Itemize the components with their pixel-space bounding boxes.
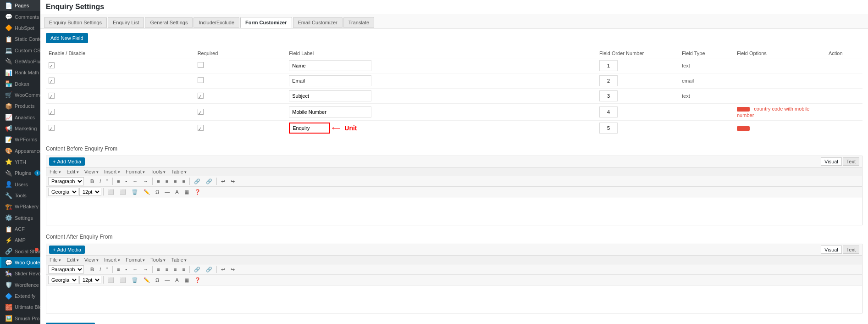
- sidebar-item-dokan[interactable]: 🏪 Dokan: [0, 78, 40, 89]
- sidebar-item-slider[interactable]: 🎠 Slider Revolution: [0, 268, 40, 279]
- after-color-btn[interactable]: A: [173, 276, 181, 284]
- tab-translate[interactable]: Translate: [343, 17, 374, 28]
- before-hr-btn[interactable]: —: [162, 188, 172, 196]
- before-indent2-btn[interactable]: ⬜: [105, 188, 116, 196]
- before-ol-btn[interactable]: •: [123, 178, 129, 185]
- after-link-btn[interactable]: 🔗: [192, 266, 203, 274]
- add-new-field-button[interactable]: Add New Field: [46, 33, 88, 43]
- required-checkbox-name[interactable]: [198, 62, 204, 68]
- sidebar-item-ultimate-blocks[interactable]: 🧱 Ultimate Blocks: [0, 302, 40, 313]
- after-menu-tools[interactable]: Tools: [149, 257, 167, 263]
- after-menu-table[interactable]: Table: [170, 257, 188, 263]
- after-indent-btn[interactable]: →: [141, 266, 150, 273]
- enable-checkbox-email[interactable]: [49, 78, 55, 84]
- after-visual-tab[interactable]: Visual: [821, 246, 842, 254]
- field-label-name[interactable]: [289, 60, 371, 71]
- field-order-name[interactable]: [599, 60, 618, 71]
- after-text-tab[interactable]: Text: [843, 246, 859, 254]
- before-menu-view[interactable]: View: [83, 168, 100, 175]
- before-outdent-btn[interactable]: ←: [130, 178, 140, 185]
- before-pencil-btn[interactable]: ✏️: [141, 188, 152, 196]
- sidebar-item-woo-quote[interactable]: 💬 Woo Quote Popup: [0, 257, 40, 268]
- sidebar-item-amp[interactable]: ⚡ AMP: [0, 235, 40, 246]
- after-quote-btn[interactable]: ": [104, 266, 111, 273]
- after-hr-btn[interactable]: —: [162, 276, 172, 284]
- after-paragraph-select[interactable]: Paragraph: [48, 265, 84, 274]
- required-checkbox-mobile[interactable]: [198, 109, 204, 115]
- after-menu-edit[interactable]: Edit: [65, 257, 80, 263]
- field-label-mobile[interactable]: [289, 106, 371, 117]
- before-italic-btn[interactable]: I: [97, 178, 103, 185]
- after-delete-btn[interactable]: 🗑️: [129, 276, 140, 284]
- sidebar-item-wpbakery[interactable]: 🏗️ WPBakery Page Builder: [0, 201, 40, 212]
- after-ul-btn[interactable]: ≡: [115, 266, 122, 273]
- after-indent2-btn[interactable]: ⬜: [105, 276, 116, 284]
- before-menu-tools[interactable]: Tools: [149, 168, 167, 175]
- tab-general-settings[interactable]: General Settings: [145, 17, 193, 28]
- after-menu-view[interactable]: View: [83, 257, 100, 263]
- sidebar-item-static-contents[interactable]: 📋 Static Contents: [0, 34, 40, 45]
- sidebar-item-appearance[interactable]: 🎨 Appearance: [0, 145, 40, 156]
- before-menu-insert[interactable]: Insert: [103, 168, 122, 175]
- before-unlink-btn[interactable]: 🔗: [204, 178, 215, 185]
- sidebar-item-plugins[interactable]: 🔌 Plugins 1: [0, 168, 40, 179]
- after-font-select[interactable]: Georgia: [48, 276, 78, 284]
- after-redo-btn[interactable]: ↪: [228, 266, 237, 274]
- after-italic-btn[interactable]: I: [97, 266, 103, 273]
- before-delete-btn[interactable]: 🗑️: [129, 188, 140, 196]
- before-quote-btn[interactable]: ": [104, 178, 111, 185]
- tab-enquiry-list[interactable]: Enquiry List: [108, 17, 144, 28]
- sidebar-item-products[interactable]: 📦 Products: [0, 101, 40, 112]
- sidebar-item-acf[interactable]: 📋 ACF: [0, 223, 40, 235]
- after-editor-body[interactable]: [46, 285, 862, 313]
- sidebar-item-wpforms[interactable]: 📝 WPForms: [0, 134, 40, 145]
- required-checkbox-email[interactable]: [198, 77, 204, 83]
- before-indent-btn[interactable]: →: [141, 178, 150, 185]
- enable-checkbox-mobile[interactable]: [49, 109, 55, 115]
- tab-include-exclude[interactable]: Include/Exclude: [194, 17, 239, 28]
- sidebar-item-yith[interactable]: ⭐ YITH: [0, 156, 40, 168]
- before-outdent2-btn[interactable]: ⬜: [117, 188, 128, 196]
- field-order-mobile[interactable]: [599, 106, 618, 117]
- enable-checkbox-name[interactable]: [49, 62, 55, 68]
- after-menu-file[interactable]: File: [48, 257, 62, 263]
- sidebar-item-pages[interactable]: 📄 Pages: [0, 0, 40, 11]
- sidebar-item-hubspot[interactable]: 🔶 HubSpot: [0, 22, 40, 34]
- tab-email-customizer[interactable]: Email Customizer: [293, 17, 343, 28]
- before-omega-btn[interactable]: Ω: [153, 188, 161, 196]
- tab-form-customizer[interactable]: Form Customizer: [240, 17, 292, 28]
- field-order-email[interactable]: [599, 75, 618, 86]
- field-label-email[interactable]: [289, 75, 371, 86]
- after-table-btn[interactable]: ▦: [182, 276, 191, 284]
- before-add-media-button[interactable]: + Add Media: [49, 157, 85, 166]
- before-link-btn[interactable]: 🔗: [192, 178, 203, 185]
- sidebar-item-extendify[interactable]: 🔷 Extendify: [0, 290, 40, 302]
- after-undo-btn[interactable]: ↩: [219, 266, 227, 274]
- field-label-subject[interactable]: [289, 90, 371, 101]
- before-font-select[interactable]: Georgia: [48, 188, 78, 196]
- before-menu-format[interactable]: Format: [124, 168, 146, 175]
- before-text-tab[interactable]: Text: [843, 157, 859, 166]
- after-align-justify-btn[interactable]: ≡: [180, 266, 187, 273]
- sidebar-item-getwoo[interactable]: 🔌 GetWooPlugins: [0, 56, 40, 67]
- before-menu-table[interactable]: Table: [170, 168, 188, 175]
- enable-checkbox-enquiry[interactable]: [49, 125, 55, 131]
- after-help-btn[interactable]: ❓: [192, 276, 203, 284]
- tab-enquiry-button-settings[interactable]: Enquiry Button Settings: [44, 17, 107, 28]
- before-align-right-btn[interactable]: ≡: [171, 178, 179, 185]
- sidebar-item-woocommerce[interactable]: 🛒 WooCommerce: [0, 89, 40, 101]
- sidebar-item-wordfence[interactable]: 🛡️ Wordfence: [0, 279, 40, 290]
- after-align-center-btn[interactable]: ≡: [163, 266, 171, 273]
- before-visual-tab[interactable]: Visual: [821, 157, 842, 166]
- sidebar-item-social-share[interactable]: 🔗 Social Share: [0, 246, 40, 257]
- before-ul-btn[interactable]: ≡: [115, 178, 122, 185]
- sidebar-item-smush[interactable]: 🖼️ Smush Pro: [0, 313, 40, 324]
- after-menu-format[interactable]: Format: [124, 257, 146, 263]
- before-bold-btn[interactable]: B: [88, 178, 96, 185]
- before-editor-body[interactable]: [46, 197, 862, 225]
- field-order-enquiry[interactable]: [599, 123, 618, 134]
- before-redo-btn[interactable]: ↪: [228, 178, 237, 185]
- after-align-left-btn[interactable]: ≡: [155, 266, 162, 273]
- before-menu-edit[interactable]: Edit: [65, 168, 80, 175]
- sidebar-item-analytics[interactable]: 📈 Analytics: [0, 112, 40, 123]
